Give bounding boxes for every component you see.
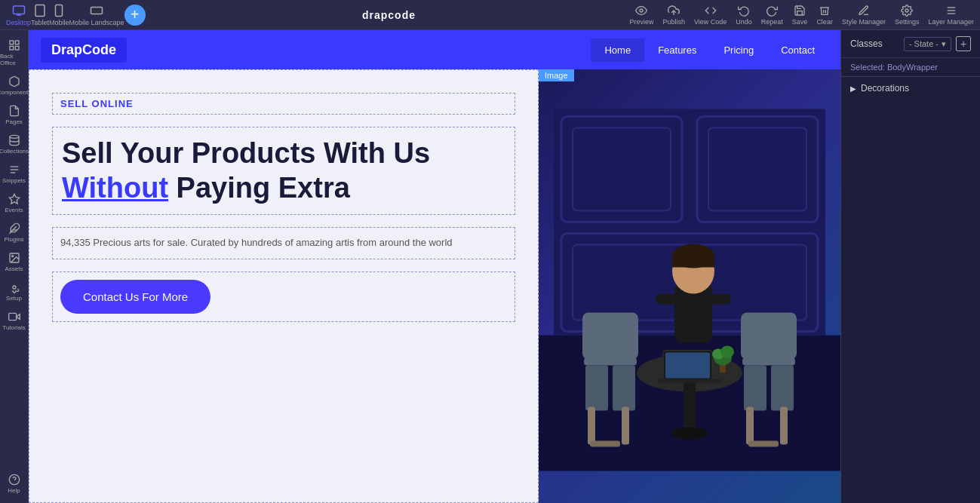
device-tablet[interactable]: Tablet [31,4,49,26]
svg-point-27 [11,256,13,257]
headline-text: Sell Your Products With Us Without Payin… [62,136,505,205]
svg-point-11 [905,9,908,12]
sidebar-item-back-office[interactable]: Back Office [0,36,28,69]
svg-rect-55 [656,294,677,305]
svg-marker-23 [9,194,19,204]
view-code-button[interactable]: View Code [694,5,727,26]
website-navbar: DrapCode Home Features Pricing Contact [29,30,840,69]
sidebar-item-events[interactable]: Events [0,190,28,216]
svg-rect-54 [672,256,714,268]
sidebar-item-setup[interactable]: Setup [0,278,28,305]
sidebar-item-tutorials[interactable]: Tutorials [0,308,28,334]
undo-button[interactable]: Undo [736,5,752,26]
svg-rect-58 [585,366,608,411]
sell-online-label: SELL ONLINE [52,93,515,115]
undo-label: Undo [736,18,752,26]
svg-rect-66 [771,366,794,411]
device-mobile-landscape-label: Mobile Landscape [69,19,124,26]
image-label: Image [539,69,574,81]
device-tablet-label: Tablet [31,19,49,26]
description-block: 94,335 Precious arts for sale. Curated b… [52,227,515,259]
svg-rect-67 [741,313,797,360]
svg-rect-56 [710,294,731,305]
sidebar-item-plugins[interactable]: Plugins [0,219,28,246]
sidebar-item-pages[interactable]: Pages [0,102,28,128]
device-mobile-landscape[interactable]: Mobile Landscape [69,4,124,26]
selected-element-info: Selected: BodyWrapper [841,58,980,77]
layer-manager-button[interactable]: Layer Manager [928,5,974,26]
scene-svg [539,69,840,503]
style-manager-button[interactable]: Style Manager [842,5,886,26]
svg-rect-70 [748,441,779,447]
hero-image-section: Image [539,69,840,503]
cta-block: Contact Us For More [52,271,515,322]
svg-rect-63 [590,441,620,447]
nav-link-features[interactable]: Features [644,38,710,62]
svg-rect-59 [613,366,635,411]
publish-button[interactable]: Publish [662,5,685,26]
headline-part1: Sell Your Products With Us [62,137,430,169]
sidebar-item-components[interactable]: Components [0,72,28,99]
hero-content-left: SELL ONLINE Sell Your Products With Us W… [29,69,539,503]
website-nav-links: Home Features Pricing Contact [591,38,828,62]
decorations-section: ▶ Decorations [841,77,980,100]
sidebar-item-snippets[interactable]: Snippets [0,161,28,187]
svg-point-28 [13,286,16,289]
svg-rect-68 [746,407,754,445]
app-brand: drapcode [362,9,416,21]
svg-point-9 [640,9,643,12]
layer-manager-label: Layer Manager [928,18,974,26]
clear-label: Clear [816,18,833,26]
canvas-area: DrapCode Home Features Pricing Contact S… [29,30,840,503]
state-dropdown[interactable]: - State - ▾ [904,37,951,51]
headline-block: Sell Your Products With Us Without Payin… [52,127,515,215]
add-component-button[interactable]: + [124,5,146,26]
publish-label: Publish [662,18,685,26]
clear-button[interactable]: Clear [816,5,833,26]
sidebar-item-assets[interactable]: Assets [0,249,28,275]
svg-rect-65 [744,366,766,411]
svg-rect-46 [658,379,721,383]
svg-rect-15 [10,41,14,44]
svg-point-50 [720,346,734,358]
device-desktop-label: Desktop [6,19,31,26]
nav-link-contact[interactable]: Contact [767,38,828,62]
headline-link[interactable]: Without [62,172,168,204]
device-mobile[interactable]: Mobile [49,4,69,26]
device-mobile-label: Mobile [49,19,69,26]
save-label: Save [792,18,808,26]
website-brand: DrapCode [41,38,127,63]
view-code-label: View Code [694,18,727,26]
canvas-content: SELL ONLINE Sell Your Products With Us W… [29,69,840,503]
nav-link-pricing[interactable]: Pricing [710,38,767,62]
state-label: - State - [909,39,939,48]
sidebar-item-collections[interactable]: Collections [0,131,28,158]
toolbar-actions: Preview Publish View Code Undo Repeat Sa… [629,5,974,26]
svg-point-43 [671,428,708,440]
repeat-label: Repeat [761,18,783,26]
settings-label: Settings [895,18,920,26]
right-panel: Classes - State - ▾ + Selected: BodyWrap… [840,30,980,503]
preview-label: Preview [629,18,653,26]
sidebar-item-help[interactable]: Help [0,471,28,497]
settings-button[interactable]: Settings [895,5,920,26]
repeat-button[interactable]: Repeat [761,5,783,26]
add-class-button[interactable]: + [956,36,971,51]
svg-rect-62 [622,407,629,445]
save-button[interactable]: Save [792,5,808,26]
left-sidebar: Back Office Components Pages Collections… [0,30,29,503]
svg-rect-5 [56,5,63,16]
cta-button[interactable]: Contact Us For More [60,280,210,314]
decorations-toggle[interactable]: ▶ Decorations [850,83,971,94]
headline-part2: Paying Extra [168,172,350,204]
device-desktop[interactable]: Desktop [6,4,31,26]
scene-background [539,69,840,503]
right-panel-header: Classes - State - ▾ + [841,30,980,58]
svg-rect-61 [588,407,595,445]
nav-link-home[interactable]: Home [591,38,644,62]
preview-button[interactable]: Preview [629,5,653,26]
svg-marker-29 [16,314,20,320]
svg-rect-45 [665,353,710,379]
svg-rect-60 [582,313,638,360]
chevron-down-icon: ▾ [942,39,946,49]
